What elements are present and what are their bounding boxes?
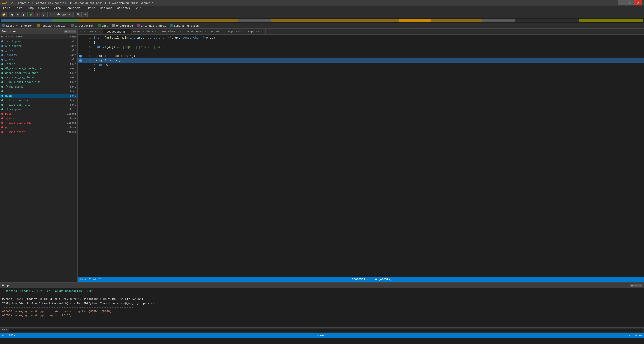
output-close-btn[interactable]: ✕ (638, 284, 642, 287)
svg-point-0 (1, 40, 3, 42)
function-name: _start (5, 63, 62, 66)
function-list-item[interactable]: __do_global_dtors_aux.text (0, 80, 77, 84)
code-line[interactable]: 5 puts("It is so easy!"); (78, 54, 644, 58)
toolbar-search[interactable]: 🔍 (76, 12, 82, 17)
maximize-button[interactable]: □ (626, 0, 634, 5)
toolbar-step[interactable]: ↓ (41, 12, 46, 17)
function-list-item[interactable]: _puts.plt (0, 48, 77, 53)
function-list-item[interactable]: __gmon_start__extern (0, 130, 77, 134)
tab-exports[interactable]: Exports✕ (246, 29, 266, 34)
status-direction: Down (317, 334, 324, 337)
function-list-item[interactable]: fun.text (0, 89, 77, 94)
functions-minimize-btn[interactable]: ─ (64, 30, 68, 33)
function-list-item[interactable]: systemextern (0, 116, 77, 121)
function-segment: .text (62, 67, 77, 70)
legend-bar: Library functionRegular functionInstruct… (0, 23, 644, 29)
function-list-item[interactable]: __libc_start_mainextern (0, 121, 77, 125)
debugger-dropdown[interactable]: No debugger ▼ (49, 12, 74, 17)
tab-close-button[interactable]: ✕ (154, 30, 157, 33)
code-line[interactable]: 7 return 0; (78, 63, 644, 67)
function-name: gets (5, 126, 62, 129)
output-maximize-btn[interactable]: □ (634, 284, 638, 287)
tab-close-button[interactable]: ✕ (221, 30, 224, 33)
status-address: 0000057A main:6 (40057A) (102, 278, 642, 281)
menu-item-windows[interactable]: Windows (115, 6, 132, 11)
function-list-item[interactable]: __libc_csu_init.text (0, 98, 77, 103)
code-line[interactable]: 1int __fastcall main(int argc, const cha… (78, 36, 644, 40)
toolbar-forward[interactable]: ▶ (15, 12, 20, 17)
menu-item-search[interactable]: Search (36, 6, 51, 11)
svg-point-4 (1, 59, 3, 61)
function-list-item[interactable]: putsextern (0, 112, 77, 116)
menu-item-view[interactable]: View (52, 6, 63, 11)
line-number: 5 (83, 55, 91, 58)
functions-maximize-btn[interactable]: □ (68, 30, 72, 33)
navmap[interactable] (0, 18, 644, 23)
function-list-item[interactable]: _system.plt (0, 53, 77, 57)
idc-input[interactable] (9, 329, 642, 332)
functions-close-btn[interactable]: ✕ (72, 30, 76, 33)
function-list-item[interactable]: __libc_csu_fini.text (0, 103, 77, 107)
tab-close-button[interactable]: ✕ (260, 30, 263, 33)
code-area: IDA View-A✕Pseudocode-B✕Pseudocode-A✕Hex… (78, 29, 644, 282)
function-list-item[interactable]: sub_400420.plt (0, 44, 77, 48)
line-number: 6 (83, 59, 91, 62)
function-icon (1, 40, 4, 43)
menu-item-jump[interactable]: Jump (25, 6, 36, 11)
minimize-button[interactable]: ─ (618, 0, 626, 5)
toolbar-back[interactable]: ◀ (9, 12, 14, 17)
legend-item: External symbol (137, 24, 166, 27)
code-line[interactable]: 2{ (78, 40, 644, 45)
function-name: __libc_start_main (5, 121, 62, 124)
close-button[interactable]: ✕ (634, 0, 642, 5)
tab-pseudocode-b[interactable]: Pseudocode-B✕ (103, 29, 131, 34)
function-list-item[interactable]: getsextern (0, 125, 77, 130)
line-dot (79, 55, 82, 58)
tab-pseudocode-a[interactable]: Pseudocode-A✕ (131, 29, 159, 34)
tab-ida-view-a[interactable]: IDA View-A✕ (78, 29, 103, 34)
tab-enums[interactable]: Enums✕ (209, 29, 226, 34)
tab-hex-view-1[interactable]: Hex View-1✕ (159, 29, 184, 34)
output-line: 40055A: using guessed type char var_20[3… (2, 313, 642, 317)
toolbar-up[interactable]: ▲ (21, 12, 26, 17)
function-name: __libc_csu_init (5, 99, 62, 102)
code-line[interactable]: 6 gets(v4, argv); (78, 58, 644, 63)
function-list-item[interactable]: _term_proc.fini (0, 107, 77, 112)
chevron-down-icon: ▼ (69, 13, 71, 16)
toolbar-stop[interactable]: ■ (35, 12, 40, 17)
code-line[interactable]: 8} (78, 67, 644, 72)
titlebar-controls[interactable]: ─ □ ✕ (618, 0, 642, 5)
tab-structures[interactable]: Structures✕ (184, 29, 209, 34)
code-line[interactable]: 3 char v4[32]; // [rsp+0h] [rbp-20h] BYR… (78, 45, 644, 49)
tab-close-button[interactable]: ✕ (98, 30, 101, 33)
menu-item-lumina[interactable]: Lumina (83, 6, 97, 11)
function-list[interactable]: _init_proc.pltsub_400420.plt_puts.plt_sy… (0, 39, 77, 282)
menu-item-options[interactable]: Options (98, 6, 114, 11)
function-list-item[interactable]: frame_dummy.text (0, 84, 77, 89)
toolbar-open[interactable]: 📁 (1, 12, 7, 17)
function-list-item[interactable]: _init_proc.plt (0, 39, 77, 44)
menu-item-edit[interactable]: Edit (13, 6, 24, 11)
toolbar-run[interactable]: ▶ (29, 12, 34, 17)
tab-imports[interactable]: Imports✕ (226, 29, 246, 34)
menu-item-help[interactable]: Help (132, 6, 144, 11)
menu-item-file[interactable]: File (1, 6, 12, 11)
tab-close-button[interactable]: ✕ (240, 30, 244, 33)
function-segment: .text (62, 85, 77, 88)
functions-header: Functions ─ □ ✕ (0, 29, 77, 34)
function-list-item[interactable]: _start.text (0, 62, 77, 66)
output-header: Output ─ □ ✕ (0, 283, 644, 288)
function-list-item[interactable]: main.text (0, 94, 77, 98)
function-list-item[interactable]: deregister_tm_clones.text (0, 71, 77, 75)
tab-close-button[interactable]: ✕ (204, 30, 207, 33)
function-list-item[interactable]: dl_relocate_static_pie.text (0, 66, 77, 71)
toolbar-settings[interactable]: ⚙ (82, 12, 88, 17)
tab-close-button[interactable]: ✕ (179, 30, 182, 33)
function-list-item[interactable]: _gets.plt (0, 57, 77, 62)
code-line[interactable]: 4 (78, 49, 644, 54)
menu-item-debugger[interactable]: Debugger (63, 6, 82, 11)
code-editor[interactable]: 1int __fastcall main(int argc, const cha… (78, 35, 644, 277)
output-minimize-btn[interactable]: ─ (630, 284, 634, 287)
tab-close-button[interactable]: ✕ (126, 30, 129, 33)
function-list-item[interactable]: register_tm_clones.text (0, 75, 77, 80)
